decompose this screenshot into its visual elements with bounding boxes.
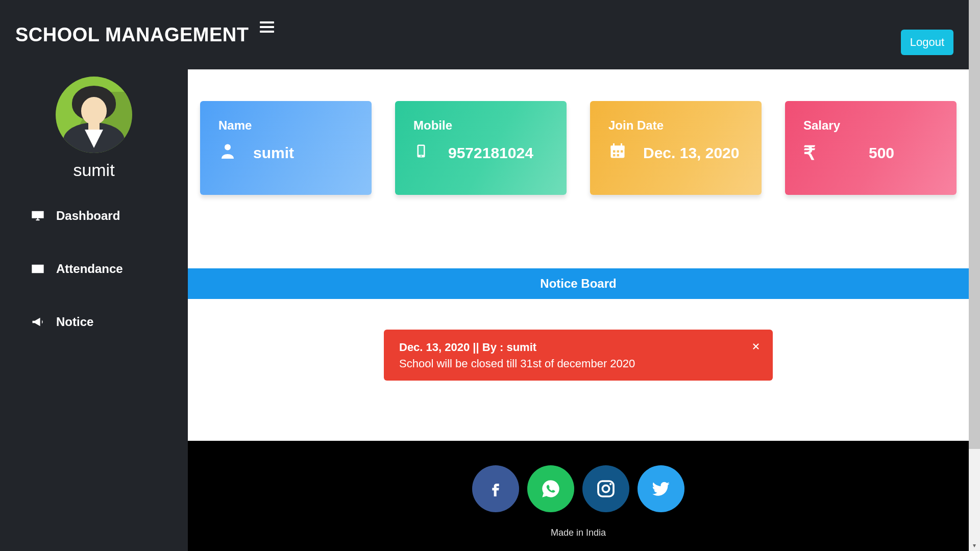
svg-rect-2 <box>419 146 424 155</box>
twitter-icon[interactable] <box>638 465 684 512</box>
card-title: Join Date <box>608 118 743 133</box>
notice-item: Dec. 13, 2020 || By : sumit School will … <box>384 330 773 381</box>
hamburger-icon[interactable] <box>260 19 274 35</box>
instagram-icon[interactable] <box>582 465 629 512</box>
card-value: Dec. 13, 2020 <box>643 144 739 162</box>
svg-rect-6 <box>613 143 615 147</box>
svg-point-3 <box>421 156 422 157</box>
footer-credit: Made in India <box>551 528 606 538</box>
chevron-down-icon[interactable]: ▾ <box>969 540 980 551</box>
svg-rect-12 <box>617 154 620 157</box>
card-value: sumit <box>253 144 294 162</box>
svg-rect-7 <box>621 143 622 147</box>
logout-button[interactable]: Logout <box>901 30 953 55</box>
notice-meta: Dec. 13, 2020 || By : sumit <box>399 341 757 354</box>
card-title: Name <box>218 118 353 133</box>
svg-rect-9 <box>617 151 620 153</box>
sidebar-item-dashboard[interactable]: Dashboard <box>31 205 188 227</box>
sidebar-item-label: Notice <box>56 315 93 329</box>
rupee-icon: ₹ <box>803 142 824 164</box>
svg-point-15 <box>609 483 611 485</box>
svg-point-0 <box>225 144 231 151</box>
sidebar-item-label: Dashboard <box>56 209 120 223</box>
card-value: 500 <box>869 144 894 162</box>
brand-title: SCHOOL MANAGEMENT <box>15 24 249 46</box>
sidebar-item-attendance[interactable]: Attendance <box>31 258 188 280</box>
notice-board-header: Notice Board <box>188 268 969 299</box>
notice-body: School will be closed till 31st of decem… <box>399 357 757 370</box>
sidebar-username: sumit <box>0 160 188 180</box>
footer: Made in India <box>188 441 969 551</box>
scrollbar[interactable]: ▾ <box>969 0 980 551</box>
user-icon <box>218 142 239 164</box>
avatar <box>56 77 132 153</box>
card-value: 9572181024 <box>448 144 533 162</box>
svg-rect-11 <box>613 154 616 157</box>
calendar-icon <box>608 142 629 164</box>
card-salary: Salary ₹ 500 <box>785 101 957 195</box>
facebook-icon[interactable] <box>472 465 519 512</box>
card-join-date: Join Date Dec. 13, 2020 <box>590 101 762 195</box>
header: SCHOOL MANAGEMENT Logout <box>0 0 969 69</box>
svg-rect-10 <box>621 151 623 153</box>
scrollbar-thumb[interactable] <box>969 0 980 449</box>
card-mobile: Mobile 9572181024 <box>395 101 567 195</box>
sidebar-item-label: Attendance <box>56 262 123 276</box>
card-title: Salary <box>803 118 938 133</box>
id-card-icon <box>31 263 45 275</box>
svg-rect-5 <box>611 146 625 149</box>
card-name: Name sumit <box>200 101 372 195</box>
whatsapp-icon[interactable] <box>527 465 574 512</box>
monitor-icon <box>31 210 45 222</box>
mobile-icon <box>413 142 434 164</box>
close-icon[interactable] <box>751 341 761 354</box>
card-title: Mobile <box>413 118 548 133</box>
main-content: Name sumit Mobile 9572181024 J <box>188 69 969 551</box>
svg-point-14 <box>602 485 609 492</box>
svg-rect-8 <box>613 151 616 153</box>
sidebar: sumit Dashboard Attendance Notice <box>0 69 188 551</box>
sidebar-item-notice[interactable]: Notice <box>31 311 188 333</box>
bullhorn-icon <box>31 316 45 328</box>
